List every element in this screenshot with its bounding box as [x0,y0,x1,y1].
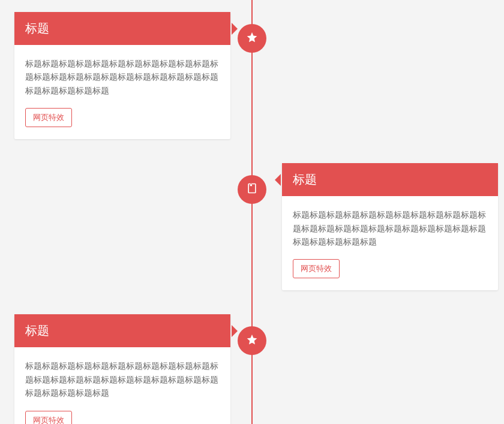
timeline-card: 标题 标题标题标题标题标题标题标题标题标题标题标题标题标题标题标题标题标题标题标… [282,163,498,290]
book-icon [246,182,258,197]
tag-button[interactable]: 网页特效 [25,108,72,127]
timeline-card-body: 标题标题标题标题标题标题标题标题标题标题标题标题标题标题标题标题标题标题标题标题… [14,347,230,424]
timeline-item: 标题 标题标题标题标题标题标题标题标题标题标题标题标题标题标题标题标题标题标题标… [0,314,504,424]
timeline-card-text: 标题标题标题标题标题标题标题标题标题标题标题标题标题标题标题标题标题标题标题标题… [293,208,487,248]
timeline-card-text: 标题标题标题标题标题标题标题标题标题标题标题标题标题标题标题标题标题标题标题标题… [25,57,220,97]
timeline-card-body: 标题标题标题标题标题标题标题标题标题标题标题标题标题标题标题标题标题标题标题标题… [14,45,230,139]
timeline-node [238,24,266,53]
star-icon [246,333,258,348]
timeline-card-text: 标题标题标题标题标题标题标题标题标题标题标题标题标题标题标题标题标题标题标题标题… [25,359,220,399]
timeline-card-title: 标题 [282,163,498,196]
timeline-card-title: 标题 [14,12,230,45]
timeline-item: 标题 标题标题标题标题标题标题标题标题标题标题标题标题标题标题标题标题标题标题标… [0,12,504,139]
tag-button[interactable]: 网页特效 [25,411,72,424]
timeline-node [238,175,266,204]
timeline-item: 标题 标题标题标题标题标题标题标题标题标题标题标题标题标题标题标题标题标题标题标… [0,163,504,290]
timeline-card-body: 标题标题标题标题标题标题标题标题标题标题标题标题标题标题标题标题标题标题标题标题… [282,196,498,290]
timeline-card-title: 标题 [14,314,230,347]
tag-button[interactable]: 网页特效 [293,259,340,278]
timeline: 标题 标题标题标题标题标题标题标题标题标题标题标题标题标题标题标题标题标题标题标… [0,0,504,424]
timeline-node [238,326,266,355]
star-icon [246,31,258,46]
timeline-card: 标题 标题标题标题标题标题标题标题标题标题标题标题标题标题标题标题标题标题标题标… [14,12,230,139]
timeline-card: 标题 标题标题标题标题标题标题标题标题标题标题标题标题标题标题标题标题标题标题标… [14,314,230,424]
